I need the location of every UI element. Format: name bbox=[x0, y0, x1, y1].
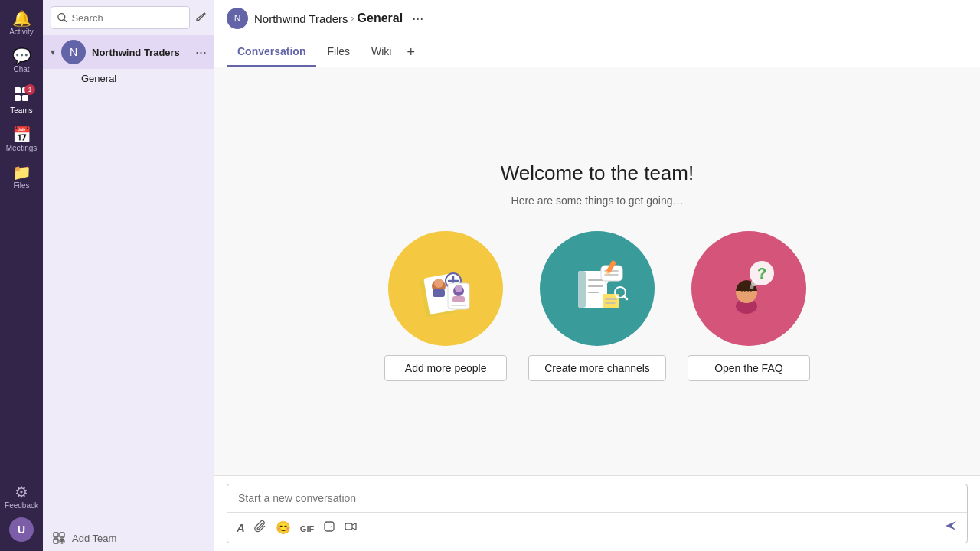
create-channels-illustration bbox=[540, 231, 655, 346]
channel-tabs: Conversation Files Wiki + bbox=[214, 37, 980, 67]
nav-label-activity: Activity bbox=[9, 28, 34, 36]
svg-rect-48 bbox=[345, 523, 352, 530]
chat-icon: 💬 bbox=[12, 48, 31, 64]
breadcrumb-chevron-icon: › bbox=[351, 13, 354, 24]
welcome-subtitle: Here are some things to get going… bbox=[511, 194, 684, 207]
tab-wiki[interactable]: Wiki bbox=[361, 37, 402, 67]
search-box[interactable] bbox=[51, 6, 190, 29]
action-cards: Add more people bbox=[384, 231, 810, 381]
svg-rect-16 bbox=[433, 289, 445, 297]
tab-files[interactable]: Files bbox=[316, 37, 361, 67]
search-input[interactable] bbox=[71, 12, 183, 24]
send-button[interactable] bbox=[941, 516, 961, 540]
card-create-channels: Create more channels bbox=[528, 231, 666, 381]
main-content: N Northwind Traders › General ··· Conver… bbox=[214, 0, 980, 551]
add-team-button[interactable]: Add Team bbox=[43, 525, 214, 551]
add-team-label: Add Team bbox=[72, 533, 116, 544]
nav-item-activity[interactable]: 🔔 Activity bbox=[3, 6, 40, 41]
send-icon bbox=[944, 519, 958, 533]
svg-rect-26 bbox=[578, 271, 586, 308]
activity-icon: 🔔 bbox=[12, 11, 31, 26]
add-people-illustration bbox=[388, 231, 503, 346]
channel-item-general[interactable]: General bbox=[43, 69, 214, 88]
welcome-area: Welcome to the team! Here are some thing… bbox=[214, 67, 980, 475]
gif-button[interactable]: GIF bbox=[297, 518, 317, 538]
nav-item-meetings[interactable]: 📅 Meetings bbox=[3, 122, 40, 157]
nav-item-teams[interactable]: 1 Teams bbox=[3, 81, 40, 119]
compose-toolbar: A 😊 GIF bbox=[227, 512, 967, 543]
nav-item-feedback[interactable]: ⚙ Feedback bbox=[3, 480, 40, 514]
card-open-faq: ? Open the FAQ bbox=[688, 231, 810, 381]
compose-button[interactable] bbox=[194, 11, 207, 24]
channel-header: N Northwind Traders › General ··· bbox=[214, 0, 980, 37]
open-faq-illustration: ? bbox=[691, 231, 806, 346]
svg-rect-3 bbox=[22, 95, 28, 101]
channel-more-options-button[interactable]: ··· bbox=[412, 11, 423, 27]
nav-label-feedback: Feedback bbox=[5, 501, 38, 510]
user-avatar[interactable]: U bbox=[9, 517, 34, 542]
compose-area: A 😊 GIF bbox=[214, 475, 980, 551]
channel-path: Northwind Traders › General bbox=[254, 11, 403, 25]
svg-rect-0 bbox=[15, 87, 21, 93]
svg-rect-24 bbox=[451, 305, 466, 306]
teams-badge: 1 bbox=[24, 84, 35, 95]
svg-rect-47 bbox=[325, 522, 334, 531]
attach-file-button[interactable] bbox=[251, 517, 270, 539]
sticker-button[interactable] bbox=[320, 517, 338, 539]
emoji-button[interactable]: 😊 bbox=[273, 517, 294, 538]
welcome-title: Welcome to the team! bbox=[501, 161, 694, 185]
search-icon bbox=[57, 12, 67, 23]
create-more-channels-button[interactable]: Create more channels bbox=[528, 355, 666, 381]
nav-label-files: Files bbox=[13, 181, 29, 190]
svg-point-15 bbox=[434, 279, 443, 288]
svg-rect-2 bbox=[15, 95, 21, 101]
nav-label-meetings: Meetings bbox=[6, 144, 38, 152]
add-people-svg bbox=[411, 254, 480, 323]
files-icon: 📁 bbox=[12, 165, 31, 180]
sidebar-search-bar bbox=[43, 0, 214, 35]
attach-icon bbox=[254, 520, 266, 533]
nav-label-teams: Teams bbox=[10, 106, 32, 115]
team-more-options-icon[interactable]: ··· bbox=[195, 44, 207, 60]
create-channels-svg bbox=[563, 254, 632, 323]
svg-rect-7 bbox=[60, 533, 64, 537]
svg-text:?: ? bbox=[757, 265, 766, 282]
nav-rail: 🔔 Activity 💬 Chat 1 Teams 📅 Meetings 📁 F… bbox=[0, 0, 43, 551]
team-item-northwind[interactable]: ▾ N Northwind Traders ··· bbox=[43, 35, 214, 69]
format-text-button[interactable]: A bbox=[234, 518, 248, 538]
header-team-name: Northwind Traders bbox=[254, 12, 348, 25]
compose-icon bbox=[194, 11, 207, 24]
nav-item-files[interactable]: 📁 Files bbox=[3, 160, 40, 194]
nav-label-chat: Chat bbox=[13, 65, 29, 73]
meet-now-button[interactable] bbox=[341, 517, 360, 539]
open-faq-svg: ? bbox=[714, 254, 783, 323]
team-chevron-icon: ▾ bbox=[51, 47, 55, 57]
tab-conversation[interactable]: Conversation bbox=[227, 37, 316, 67]
nav-item-chat[interactable]: 💬 Chat bbox=[3, 44, 40, 78]
team-name: Northwind Traders bbox=[92, 47, 189, 58]
svg-rect-8 bbox=[54, 539, 58, 543]
channel-name-general: General bbox=[81, 73, 116, 84]
video-icon bbox=[345, 520, 357, 533]
header-channel-name: General bbox=[358, 11, 403, 25]
compose-input[interactable] bbox=[227, 484, 967, 512]
add-team-icon bbox=[52, 531, 66, 545]
add-more-people-button[interactable]: Add more people bbox=[384, 355, 507, 381]
feedback-icon: ⚙ bbox=[15, 484, 28, 500]
compose-box: A 😊 GIF bbox=[227, 484, 968, 543]
svg-point-45 bbox=[750, 285, 753, 289]
svg-line-38 bbox=[624, 296, 627, 299]
card-add-people: Add more people bbox=[384, 231, 507, 381]
team-org-icon: N bbox=[227, 8, 248, 29]
sticker-icon bbox=[323, 520, 335, 533]
svg-rect-23 bbox=[452, 296, 465, 302]
open-faq-button[interactable]: Open the FAQ bbox=[688, 355, 810, 381]
svg-line-5 bbox=[64, 20, 67, 22]
sidebar: ▾ N Northwind Traders ··· General Add Te… bbox=[43, 0, 214, 551]
svg-point-22 bbox=[455, 285, 462, 292]
svg-rect-6 bbox=[54, 533, 58, 537]
team-icon: N bbox=[61, 40, 86, 64]
meetings-icon: 📅 bbox=[12, 127, 31, 142]
add-tab-button[interactable]: + bbox=[402, 38, 420, 67]
